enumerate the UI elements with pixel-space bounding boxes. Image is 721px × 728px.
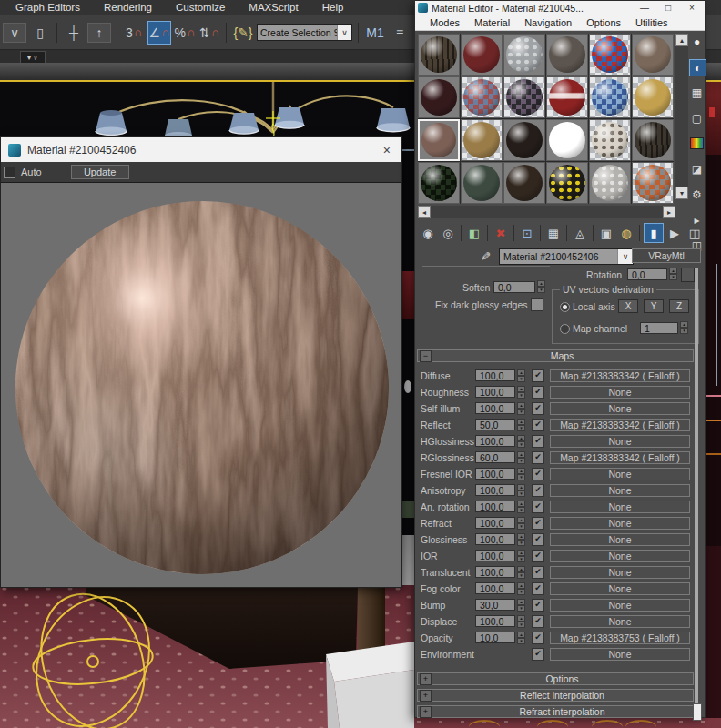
- map-amount-spinner[interactable]: ▴▾: [517, 369, 525, 382]
- map-enable-checkbox[interactable]: ✔: [532, 435, 544, 448]
- params-scrollbar-thumb[interactable]: [693, 703, 702, 721]
- map-enable-checkbox[interactable]: ✔: [532, 533, 544, 546]
- rotation-spinner[interactable]: ▴▾: [669, 268, 677, 280]
- map-amount-field[interactable]: 100,0: [475, 500, 515, 512]
- spinner-down-icon[interactable]: ▾: [517, 540, 525, 546]
- mirror-tool-icon[interactable]: ▯: [29, 22, 51, 44]
- map-enable-checkbox[interactable]: ✔: [532, 402, 544, 415]
- local-axis-radio[interactable]: [560, 302, 570, 312]
- rollout-reflect-interpolation[interactable]: +Reflect interpolation: [417, 689, 694, 702]
- map-enable-checkbox[interactable]: ✔: [532, 599, 544, 612]
- slots-scroll-up-icon[interactable]: ▴: [675, 34, 688, 46]
- put-to-library-icon[interactable]: ▦: [544, 224, 563, 242]
- go-forward-to-sibling-icon[interactable]: ▶: [665, 224, 684, 242]
- show-shaded-material-in-viewport-icon[interactable]: ▣: [597, 224, 615, 242]
- make-preview-icon[interactable]: ◪: [689, 161, 705, 177]
- map-slot-button[interactable]: None: [550, 402, 690, 415]
- material-slot[interactable]: [546, 76, 588, 118]
- spinner-up-icon[interactable]: ▴: [517, 419, 525, 425]
- material-slot[interactable]: [461, 34, 503, 76]
- map-enable-checkbox[interactable]: ✔: [532, 419, 544, 431]
- map-enable-checkbox[interactable]: ✔: [532, 615, 544, 628]
- get-material-icon[interactable]: ◉: [419, 224, 437, 242]
- map-enable-checkbox[interactable]: ✔: [532, 369, 544, 382]
- editor-menu-material[interactable]: Material: [467, 17, 517, 28]
- viewport-layout-button[interactable]: ▾∨: [20, 51, 46, 64]
- map-enable-checkbox[interactable]: ✔: [532, 566, 544, 579]
- axis-button-y[interactable]: Y: [644, 299, 664, 313]
- menu-help[interactable]: Help: [310, 0, 356, 15]
- menu-graph-editors[interactable]: Graph Editors: [4, 0, 92, 15]
- map-slot-button[interactable]: None: [550, 550, 690, 562]
- rotation-field[interactable]: 0,0: [627, 268, 667, 280]
- material-slot[interactable]: [632, 162, 674, 204]
- show-end-result-icon[interactable]: ◍: [617, 224, 635, 242]
- material-slot[interactable]: [632, 34, 674, 76]
- material-slot[interactable]: [503, 76, 545, 118]
- map-slot-button[interactable]: None: [550, 484, 690, 497]
- spinner-down-icon[interactable]: ▾: [517, 507, 525, 513]
- spinner-down-icon[interactable]: ▾: [517, 490, 525, 497]
- material-slot[interactable]: [546, 162, 588, 204]
- reset-map-icon[interactable]: ✖: [492, 224, 510, 242]
- chevron-down-icon[interactable]: ∨: [617, 249, 633, 264]
- menu-rendering[interactable]: Rendering: [92, 0, 164, 15]
- spinner-up-icon[interactable]: ▴: [517, 468, 525, 474]
- rollout-refract-interpolation[interactable]: +Refract interpolation: [417, 705, 694, 718]
- pivot-up-icon[interactable]: ↑: [87, 23, 111, 43]
- spinner-down-icon[interactable]: ▾: [517, 622, 525, 628]
- map-amount-field[interactable]: 60,0: [475, 451, 515, 463]
- video-color-check-icon[interactable]: [689, 136, 705, 151]
- map-amount-field[interactable]: 100,0: [475, 582, 515, 594]
- spinner-up-icon[interactable]: ▴: [517, 402, 525, 409]
- spinner-down-icon[interactable]: ▾: [517, 392, 525, 399]
- material-id-channel-icon[interactable]: ◬: [571, 224, 589, 242]
- close-icon[interactable]: ×: [682, 3, 702, 13]
- map-enable-checkbox[interactable]: ✔: [532, 468, 544, 480]
- spinner-up-icon[interactable]: ▴: [517, 435, 525, 441]
- expand-icon[interactable]: +: [420, 673, 432, 685]
- map-amount-spinner[interactable]: ▴▾: [517, 533, 525, 546]
- make-material-copy-icon[interactable]: ⊡: [518, 224, 536, 242]
- map-amount-spinner[interactable]: ▴▾: [517, 402, 525, 415]
- edit-named-selection-sets-icon[interactable]: {✎}: [232, 22, 254, 44]
- map-slot-button[interactable]: None: [550, 517, 690, 530]
- map-channel-field[interactable]: 1: [640, 322, 678, 334]
- go-to-parent-icon[interactable]: ▮: [644, 223, 664, 243]
- spinner-up-icon[interactable]: ▴: [517, 500, 525, 507]
- material-slot[interactable]: [589, 76, 631, 118]
- material-slot[interactable]: [461, 162, 503, 204]
- soften-field[interactable]: 0,0: [493, 281, 535, 293]
- editor-menu-navigation[interactable]: Navigation: [517, 17, 579, 28]
- map-channel-spinner[interactable]: ▴▾: [680, 321, 688, 334]
- map-enable-checkbox[interactable]: ✔: [532, 550, 544, 562]
- material-type-button[interactable]: VRayMtl: [632, 248, 701, 263]
- map-slot-button[interactable]: None: [550, 468, 690, 480]
- map-enable-checkbox[interactable]: ✔: [532, 648, 544, 661]
- preview-window-titlebar[interactable]: Material #2100452406 ×: [1, 137, 401, 162]
- spinner-up-icon[interactable]: ▴: [517, 582, 525, 589]
- map-amount-field[interactable]: 50,0: [475, 419, 515, 430]
- map-slot-button[interactable]: Map #2138383342 ( Falloff ): [550, 451, 690, 464]
- auto-update-checkbox[interactable]: [4, 167, 15, 178]
- collapse-icon[interactable]: −: [420, 350, 432, 362]
- map-amount-spinner[interactable]: ▴▾: [517, 615, 525, 628]
- axis-button-x[interactable]: X: [618, 299, 638, 313]
- map-enable-checkbox[interactable]: ✔: [532, 517, 544, 530]
- editor-menu-utilities[interactable]: Utilities: [628, 17, 675, 28]
- map-amount-field[interactable]: 10,0: [475, 632, 515, 643]
- map-slot-button[interactable]: None: [550, 615, 690, 628]
- editor-menu-modes[interactable]: Modes: [422, 17, 467, 28]
- spinner-up-icon[interactable]: ▴: [517, 451, 525, 458]
- update-button[interactable]: Update: [71, 165, 129, 179]
- map-slot-button[interactable]: None: [550, 386, 690, 399]
- material-slot[interactable]: [546, 34, 588, 76]
- map-slot-button[interactable]: Map #2138383753 ( Falloff ): [550, 632, 690, 644]
- map-amount-spinner[interactable]: ▴▾: [517, 566, 525, 579]
- put-material-to-scene-icon[interactable]: ◎: [439, 224, 457, 242]
- map-slot-button[interactable]: None: [550, 599, 690, 612]
- map-amount-spinner[interactable]: ▴▾: [517, 435, 525, 448]
- spinner-up-icon[interactable]: ▴: [517, 533, 525, 540]
- toolbar-flyout-dropdown-icon[interactable]: ∨: [3, 23, 26, 43]
- spinner-up-icon[interactable]: ▴: [517, 566, 525, 572]
